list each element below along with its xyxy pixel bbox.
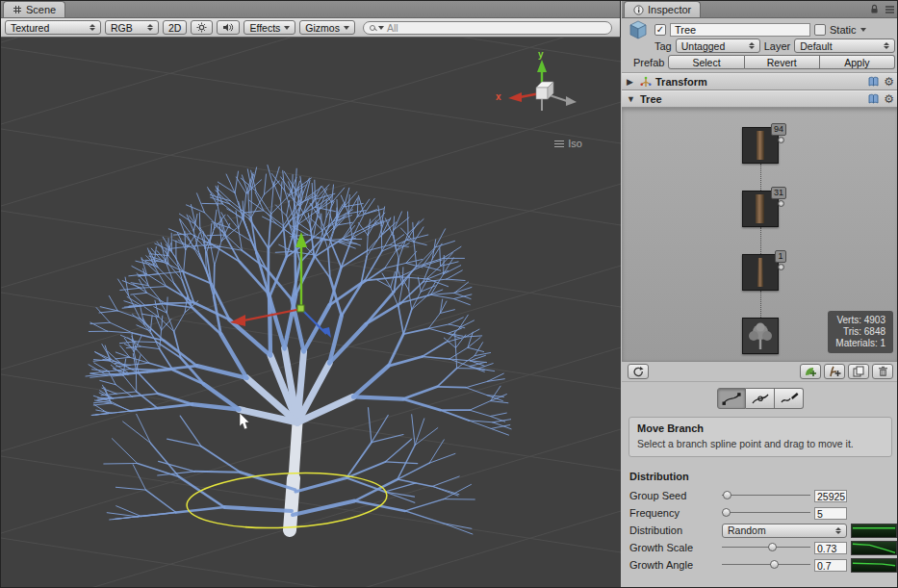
growth-scale-row: Growth Scale 0.73 (629, 539, 897, 556)
gear-icon[interactable]: ⚙ (884, 93, 894, 105)
rotate-branch-tool-button[interactable] (746, 388, 775, 409)
slider-thumb[interactable] (723, 491, 731, 499)
scene-pane: Scene Textured RGB 2D Effects (1, 1, 621, 588)
tag-label: Tag (654, 40, 672, 52)
duplicate-button[interactable] (848, 364, 869, 379)
render-mode-label: Textured (11, 22, 49, 34)
branch-group-node[interactable]: 31 (742, 191, 779, 227)
static-dropdown-caret-icon[interactable] (860, 28, 866, 32)
prefab-select-button[interactable]: Select (668, 55, 744, 69)
add-leaf-icon (804, 366, 817, 377)
frequency-row: Frequency 5 (629, 504, 897, 522)
prefab-apply-button[interactable]: Apply (820, 55, 895, 69)
growth-scale-label: Growth Scale (629, 542, 718, 553)
tag-value: Untagged (681, 40, 726, 52)
growth-angle-curve-field[interactable] (851, 558, 897, 573)
layer-value: Default (800, 40, 832, 52)
branch-group-node[interactable]: 1 (742, 254, 779, 291)
speaker-icon (222, 22, 234, 33)
free-hand-tool-button[interactable] (775, 388, 804, 409)
tree-hierarchy-view[interactable]: 94 31 1 (622, 108, 898, 362)
group-seed-slider[interactable] (722, 487, 810, 504)
trunk-thumbnail (757, 258, 763, 287)
help-book-icon[interactable] (868, 93, 879, 105)
duplicate-icon (853, 366, 864, 377)
growth-angle-slider[interactable] (722, 556, 810, 574)
projection-toggle[interactable]: Iso (554, 138, 582, 149)
tab-scene[interactable]: Scene (3, 1, 65, 17)
gizmos-label: Gizmos (305, 22, 340, 34)
rotate-branch-icon (751, 392, 770, 405)
growth-angle-label: Growth Angle (629, 559, 718, 571)
slider-thumb[interactable] (770, 560, 779, 569)
orientation-gizmo[interactable]: y x (496, 55, 588, 130)
group-seed-value[interactable]: 25925 (814, 490, 847, 502)
refresh-button[interactable] (628, 364, 649, 379)
growth-angle-value[interactable]: 0.7 (814, 559, 847, 572)
growth-scale-curve-field[interactable] (851, 541, 897, 555)
add-branch-group-button[interactable] (824, 364, 845, 379)
move-branch-icon (722, 392, 741, 405)
context-menu-icon[interactable] (885, 5, 895, 14)
slider-thumb[interactable] (722, 508, 731, 517)
delete-button[interactable] (872, 364, 893, 379)
scene-toolbar: Textured RGB 2D Effects Gizmos (1, 18, 620, 38)
distribution-label: Distribution (629, 524, 718, 536)
distribution-dropdown[interactable]: Random (722, 524, 847, 538)
node-visibility-icon[interactable] (778, 137, 784, 143)
foldout-collapsed-icon[interactable]: ▶ (627, 77, 636, 87)
tool-help-description: Select a branch spline point and drag to… (637, 438, 884, 449)
projection-label: Iso (568, 138, 582, 149)
caret-down-icon (284, 26, 290, 30)
growth-scale-value[interactable]: 0.73 (814, 542, 847, 554)
2d-toggle-button[interactable]: 2D (163, 20, 187, 35)
scene-search-field[interactable]: All (363, 21, 612, 35)
inspector-icon (633, 5, 644, 15)
node-visibility-icon[interactable] (778, 264, 784, 270)
orientation-gizmo-axes (496, 55, 588, 130)
tree-component-header[interactable]: ▼ Tree ⚙ (622, 90, 898, 108)
lock-icon[interactable] (870, 4, 879, 14)
gameobject-header: ✓ Tree Static Tag Untagged Layer Defaul (622, 18, 898, 73)
audio-toggle-button[interactable] (217, 20, 240, 35)
add-leaf-group-button[interactable] (800, 364, 821, 379)
static-checkbox[interactable] (814, 24, 826, 36)
unity-editor-window: Scene Textured RGB 2D Effects (0, 0, 898, 588)
growth-angle-row: Growth Angle 0.7 (629, 556, 897, 574)
effects-dropdown[interactable]: Effects (244, 20, 295, 35)
frequency-slider[interactable] (722, 504, 810, 522)
node-count-badge: 31 (771, 187, 786, 199)
channel-dropdown[interactable]: RGB (105, 20, 159, 35)
lighting-toggle-button[interactable] (191, 20, 213, 35)
foldout-expanded-icon[interactable]: ▼ (627, 94, 636, 104)
active-checkbox[interactable]: ✓ (654, 24, 666, 36)
node-visibility-icon[interactable] (778, 200, 784, 207)
growth-scale-slider[interactable] (722, 539, 810, 556)
gear-icon[interactable]: ⚙ (884, 76, 894, 88)
help-book-icon[interactable] (868, 76, 879, 88)
scene-grid-icon (13, 5, 22, 14)
name-field[interactable]: Tree (670, 23, 810, 37)
render-mode-dropdown[interactable]: Textured (5, 20, 101, 35)
distribution-curve-field[interactable] (851, 524, 897, 538)
branch-tool-selector (622, 382, 898, 413)
layer-dropdown[interactable]: Default (794, 38, 895, 53)
static-label: Static (830, 24, 857, 36)
transform-component-header[interactable]: ▶ Transform ⚙ (622, 73, 898, 90)
popup-icon (884, 42, 889, 49)
tree-editor-toolbar (622, 362, 898, 382)
prefab-revert-button[interactable]: Revert (745, 55, 820, 69)
move-branch-tool-button[interactable] (717, 388, 746, 409)
node-connector (760, 291, 761, 318)
gizmos-dropdown[interactable]: Gizmos (299, 20, 355, 35)
tree-root-node[interactable] (742, 318, 779, 354)
tab-inspector[interactable]: Inspector (624, 1, 701, 17)
scene-viewport[interactable]: y x Iso (1, 38, 621, 588)
slider-thumb[interactable] (768, 543, 777, 551)
tag-dropdown[interactable]: Untagged (676, 38, 760, 53)
branch-group-node[interactable]: 94 (742, 127, 779, 164)
branch-thumbnail (756, 194, 764, 223)
frequency-value[interactable]: 5 (814, 507, 847, 520)
search-icon (370, 25, 375, 31)
frequency-label: Frequency (629, 507, 718, 519)
